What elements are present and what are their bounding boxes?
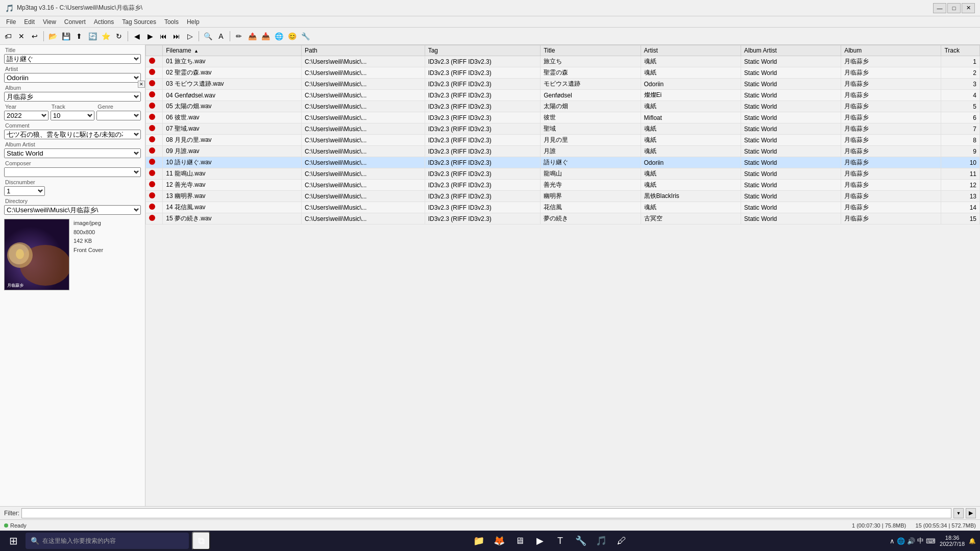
- table-row[interactable]: 08 月見の里.wav C:\Users\weili\Music\... ID3…: [146, 135, 980, 146]
- taskbar-task-view[interactable]: ⧉: [192, 532, 210, 550]
- taskbar-datetime[interactable]: 18:36 2022/7/18: [940, 535, 965, 547]
- table-row[interactable]: 09 月誰.wav C:\Users\weili\Music\... ID3v2…: [146, 146, 980, 157]
- menu-file[interactable]: File: [2, 17, 20, 27]
- table-row[interactable]: 05 太陽の畑.wav C:\Users\weili\Music\... ID3…: [146, 101, 980, 112]
- toolbar-web[interactable]: 🌐: [273, 30, 285, 42]
- toolbar-smiley[interactable]: 😊: [286, 30, 298, 42]
- filter-right-arrow-button[interactable]: ▶: [966, 508, 976, 518]
- filter-dropdown-button[interactable]: ▼: [953, 508, 964, 518]
- taskbar-app-firefox[interactable]: 🦊: [490, 532, 508, 550]
- toolbar-font[interactable]: A: [215, 30, 227, 42]
- col-header-album[interactable]: Album: [841, 45, 941, 56]
- taskbar-network-icon[interactable]: 🌐: [897, 537, 905, 545]
- genre-select-wrapper[interactable]: [96, 111, 141, 120]
- album-artist-input[interactable]: Static World: [4, 148, 141, 158]
- directory-select-wrapper[interactable]: C:\Users\weili\Music\月临蒜乡\: [4, 205, 141, 215]
- toolbar-prev[interactable]: ◀: [131, 30, 143, 42]
- taskbar-app-typora[interactable]: T: [551, 532, 570, 550]
- table-row[interactable]: 04 Genfødsel.wav C:\Users\weili\Music\..…: [146, 90, 980, 101]
- toolbar-next-dir[interactable]: ⏭: [170, 30, 183, 42]
- toolbar-import[interactable]: 📥: [259, 30, 272, 42]
- toolbar-play[interactable]: ▷: [184, 30, 196, 42]
- comment-select-wrapper[interactable]: 七ツ石の狼、雲を取りに駆ける/未知の花 魅知の...: [4, 130, 141, 139]
- taskbar-app-music[interactable]: 🎵: [592, 532, 610, 550]
- album-artist-select-wrapper[interactable]: Static World: [4, 148, 141, 158]
- menu-convert[interactable]: Convert: [60, 17, 90, 27]
- year-input[interactable]: 2022: [4, 111, 48, 120]
- col-header-album-artist[interactable]: Album Artist: [741, 45, 841, 56]
- discnumber-input[interactable]: 1: [4, 186, 45, 196]
- menu-tag-sources[interactable]: Tag Sources: [118, 17, 160, 27]
- taskbar-keyboard-icon[interactable]: ⌨: [926, 537, 936, 545]
- maximize-button[interactable]: □: [947, 3, 961, 13]
- toolbar-save[interactable]: 💾: [60, 30, 72, 42]
- taskbar-app-files[interactable]: 📁: [470, 532, 488, 550]
- col-header-filename[interactable]: Filename ▲: [163, 45, 302, 56]
- menu-actions[interactable]: Actions: [90, 17, 118, 27]
- composer-select-wrapper[interactable]: [4, 167, 141, 177]
- table-row[interactable]: 02 聖霊の森.wav C:\Users\weili\Music\... ID3…: [146, 67, 980, 79]
- taskbar-start-button[interactable]: ⊞: [4, 532, 22, 550]
- comment-input[interactable]: 七ツ石の狼、雲を取りに駆ける/未知の花 魅知の...: [4, 130, 141, 139]
- table-row[interactable]: 13 幽明界.wav C:\Users\weili\Music\... ID3v…: [146, 191, 980, 202]
- menu-tools[interactable]: Tools: [160, 17, 183, 27]
- table-row[interactable]: 07 聖域.wav C:\Users\weili\Music\... ID3v2…: [146, 123, 980, 135]
- col-header-artist[interactable]: Artist: [641, 45, 741, 56]
- track-select-wrapper[interactable]: 10: [51, 111, 95, 120]
- close-button[interactable]: ✕: [962, 3, 975, 13]
- toolbar-undo-icon[interactable]: ↩: [29, 30, 41, 42]
- discnumber-select-wrapper[interactable]: 1: [4, 186, 45, 196]
- taskbar-volume-icon[interactable]: 🔊: [907, 537, 915, 545]
- taskbar-app-extra[interactable]: 🖊: [612, 532, 631, 550]
- menu-view[interactable]: View: [39, 17, 60, 27]
- toolbar-prev-dir[interactable]: ⏮: [157, 30, 169, 42]
- table-row[interactable]: 01 旅立ち.wav C:\Users\weili\Music\... ID3v…: [146, 56, 980, 67]
- col-header-tag[interactable]: Tag: [425, 45, 541, 56]
- menu-edit[interactable]: Edit: [20, 17, 39, 27]
- col-header-title[interactable]: Title: [541, 45, 641, 56]
- left-panel-close-button[interactable]: ✕: [138, 81, 145, 88]
- taskbar-app-terminal[interactable]: ▶: [531, 532, 549, 550]
- toolbar-export[interactable]: 📤: [246, 30, 258, 42]
- composer-input[interactable]: [4, 167, 141, 177]
- title-input[interactable]: 語り継ぐ: [4, 54, 141, 64]
- minimize-button[interactable]: —: [933, 3, 946, 13]
- col-header-path[interactable]: Path: [302, 45, 425, 56]
- taskbar-notification-icon[interactable]: 🔔: [969, 538, 976, 544]
- toolbar-settings[interactable]: 🔧: [299, 30, 311, 42]
- col-header-indicator[interactable]: [146, 45, 163, 56]
- directory-input[interactable]: C:\Users\weili\Music\月临蒜乡\: [4, 205, 141, 215]
- year-select-wrapper[interactable]: 2022: [4, 111, 48, 120]
- filter-input[interactable]: [21, 508, 951, 518]
- taskbar-chevron-up-icon[interactable]: ∧: [890, 537, 895, 545]
- toolbar-open-folder[interactable]: 📂: [46, 30, 59, 42]
- taskbar-app-ide[interactable]: 🖥: [510, 532, 529, 550]
- toolbar-tag-icon[interactable]: 🏷: [2, 30, 14, 42]
- table-row[interactable]: 11 龍鳴山.wav C:\Users\weili\Music\... ID3v…: [146, 168, 980, 180]
- toolbar-delete-icon[interactable]: ✕: [15, 30, 28, 42]
- title-select-wrapper[interactable]: 語り継ぐ: [4, 54, 141, 64]
- toolbar-folder-up[interactable]: ⬆: [73, 30, 85, 42]
- col-header-track[interactable]: Track: [941, 45, 980, 56]
- taskbar-app-tool1[interactable]: 🔧: [572, 532, 590, 550]
- table-row[interactable]: 12 善光寺.wav C:\Users\weili\Music\... ID3v…: [146, 180, 980, 191]
- toolbar-reload[interactable]: ↻: [113, 30, 125, 42]
- menu-help[interactable]: Help: [183, 17, 204, 27]
- album-select-wrapper[interactable]: 月临蒜乡: [4, 92, 141, 102]
- toolbar-star[interactable]: ⭐: [100, 30, 112, 42]
- track-input[interactable]: 10: [51, 111, 95, 120]
- toolbar-refresh[interactable]: 🔄: [86, 30, 99, 42]
- toolbar-next[interactable]: ▶: [144, 30, 156, 42]
- album-input[interactable]: 月临蒜乡: [4, 92, 141, 102]
- file-table-container[interactable]: Filename ▲ Path Tag Title Artist Album A…: [145, 45, 980, 506]
- table-row[interactable]: 03 モビウス遺跡.wav C:\Users\weili\Music\... I…: [146, 79, 980, 90]
- taskbar-search-box[interactable]: 🔍 在这里输入你要搜索的内容: [26, 533, 189, 549]
- table-row[interactable]: 06 彼世.wav C:\Users\weili\Music\... ID3v2…: [146, 112, 980, 123]
- table-row[interactable]: 14 花信風.wav C:\Users\weili\Music\... ID3v…: [146, 202, 980, 213]
- table-row[interactable]: 10 語り継ぐ.wav C:\Users\weili\Music\... ID3…: [146, 157, 980, 168]
- toolbar-search[interactable]: 🔍: [202, 30, 214, 42]
- taskbar-lang-icon[interactable]: 中: [917, 536, 924, 545]
- table-row[interactable]: 15 夢の続き.wav C:\Users\weili\Music\... ID3…: [146, 213, 980, 224]
- artist-select-wrapper[interactable]: Odoriin: [4, 73, 141, 83]
- genre-input[interactable]: [96, 111, 141, 120]
